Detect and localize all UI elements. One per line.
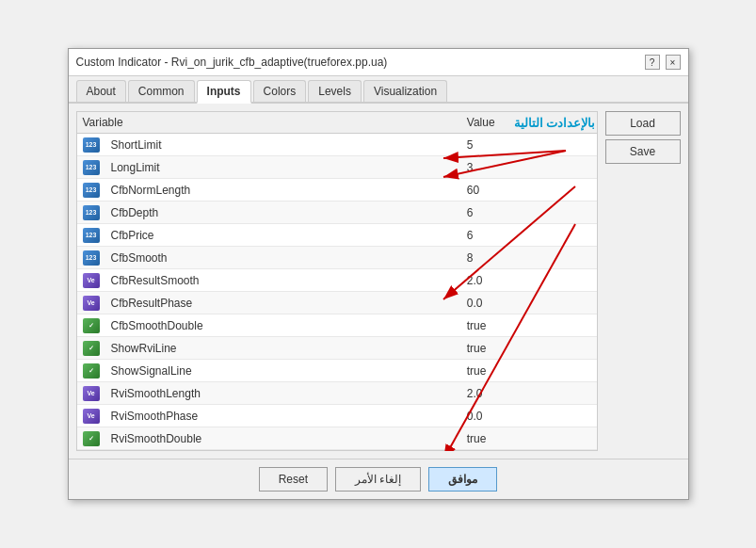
double-type-icon: Ve: [83, 296, 100, 311]
variable-name: CfbSmooth: [105, 247, 461, 269]
content-area: Variable Value 123ShortLimit5123LongLimi…: [69, 104, 688, 459]
bool-type-icon: ✓: [83, 431, 100, 446]
variables-table: Variable Value 123ShortLimit5123LongLimi…: [77, 112, 597, 450]
variable-value[interactable]: 0.0: [461, 405, 597, 427]
reset-button[interactable]: Reset: [259, 467, 328, 492]
variable-name: ShowRviLine: [105, 337, 461, 360]
variable-name: CfbDepth: [105, 201, 461, 224]
save-button[interactable]: Save: [605, 139, 681, 164]
variable-value[interactable]: 5: [461, 134, 597, 156]
double-type-icon: Ve: [83, 386, 100, 401]
variable-value[interactable]: 0.0: [461, 292, 597, 314]
tab-colors[interactable]: Colors: [253, 80, 307, 102]
ok-button[interactable]: موافق: [428, 467, 497, 492]
variable-name: CfbPrice: [105, 224, 461, 247]
tab-bar: AboutCommonInputsColorsLevelsVisualizati…: [69, 76, 688, 104]
integer-type-icon: 123: [83, 250, 100, 266]
tab-levels[interactable]: Levels: [308, 80, 362, 102]
variable-value[interactable]: true: [461, 360, 597, 382]
window-title: Custom Indicator - Rvi_on_jurik_cfb_adap…: [76, 56, 388, 69]
double-type-icon: Ve: [83, 273, 100, 288]
variable-value[interactable]: 8: [461, 247, 597, 269]
integer-type-icon: 123: [83, 160, 100, 175]
col-value-header: Value: [461, 112, 597, 134]
col-variable-header: Variable: [77, 112, 461, 134]
variable-name: RviSmoothLength: [105, 382, 461, 405]
variable-value[interactable]: 6: [461, 201, 597, 224]
variable-value[interactable]: 6: [461, 224, 597, 247]
table-row[interactable]: VeCfbResultPhase0.0: [77, 292, 597, 314]
variable-value[interactable]: true: [461, 427, 597, 450]
main-window: Custom Indicator - Rvi_on_jurik_cfb_adap…: [68, 48, 689, 500]
variable-name: CfbResultPhase: [105, 292, 461, 314]
integer-type-icon: 123: [83, 205, 100, 220]
bool-type-icon: ✓: [83, 341, 100, 356]
window-controls: ? ×: [645, 55, 681, 70]
bool-type-icon: ✓: [83, 363, 100, 379]
variable-value[interactable]: 2.0: [461, 382, 597, 405]
integer-type-icon: 123: [83, 137, 100, 153]
variable-value[interactable]: 60: [461, 179, 597, 201]
variable-value[interactable]: 3: [461, 156, 597, 179]
tab-about[interactable]: About: [76, 80, 126, 102]
table-row[interactable]: ✓RviSmoothDoubletrue: [77, 427, 597, 450]
tab-visualization[interactable]: Visualization: [363, 80, 447, 102]
variable-value[interactable]: 2.0: [461, 269, 597, 292]
variable-name: LongLimit: [105, 156, 461, 179]
table-row[interactable]: 123CfbDepth6: [77, 201, 597, 224]
tab-common[interactable]: Common: [128, 80, 195, 102]
table-row[interactable]: ✓CfbSmoothDoubletrue: [77, 314, 597, 337]
integer-type-icon: 123: [83, 228, 100, 243]
variable-name: ShowSignalLine: [105, 360, 461, 382]
help-button[interactable]: ?: [645, 55, 660, 70]
double-type-icon: Ve: [83, 409, 100, 424]
cancel-button[interactable]: إلغاء الأمر: [335, 467, 421, 492]
close-button[interactable]: ×: [666, 55, 681, 70]
table-row[interactable]: VeCfbResultSmooth2.0: [77, 269, 597, 292]
variable-name: CfbResultSmooth: [105, 269, 461, 292]
table-row[interactable]: 123CfbSmooth8: [77, 247, 597, 269]
bottom-bar: Reset إلغاء الأمر موافق: [69, 459, 688, 499]
variable-name: ShortLimit: [105, 134, 461, 156]
table-row[interactable]: 123LongLimit3: [77, 156, 597, 179]
variables-table-container: Variable Value 123ShortLimit5123LongLimi…: [76, 111, 598, 451]
table-row[interactable]: ✓ShowRviLinetrue: [77, 337, 597, 360]
tab-inputs[interactable]: Inputs: [197, 80, 251, 104]
load-button[interactable]: Load: [605, 111, 681, 136]
variable-name: CfbNormLength: [105, 179, 461, 201]
table-row[interactable]: 123CfbNormLength60: [77, 179, 597, 201]
variable-name: RviSmoothDouble: [105, 427, 461, 450]
variable-name: RviSmoothPhase: [105, 405, 461, 427]
table-row[interactable]: VeRviSmoothLength2.0: [77, 382, 597, 405]
integer-type-icon: 123: [83, 183, 100, 198]
variable-value[interactable]: true: [461, 337, 597, 360]
table-row[interactable]: ✓ShowSignalLinetrue: [77, 360, 597, 382]
variable-value[interactable]: true: [461, 314, 597, 337]
table-row[interactable]: VeRviSmoothPhase0.0: [77, 405, 597, 427]
bool-type-icon: ✓: [83, 318, 100, 333]
variable-name: CfbSmoothDouble: [105, 314, 461, 337]
table-row[interactable]: 123ShortLimit5: [77, 134, 597, 156]
table-row[interactable]: 123CfbPrice6: [77, 224, 597, 247]
title-bar: Custom Indicator - Rvi_on_jurik_cfb_adap…: [69, 49, 688, 76]
side-buttons: Load Save: [605, 111, 681, 451]
